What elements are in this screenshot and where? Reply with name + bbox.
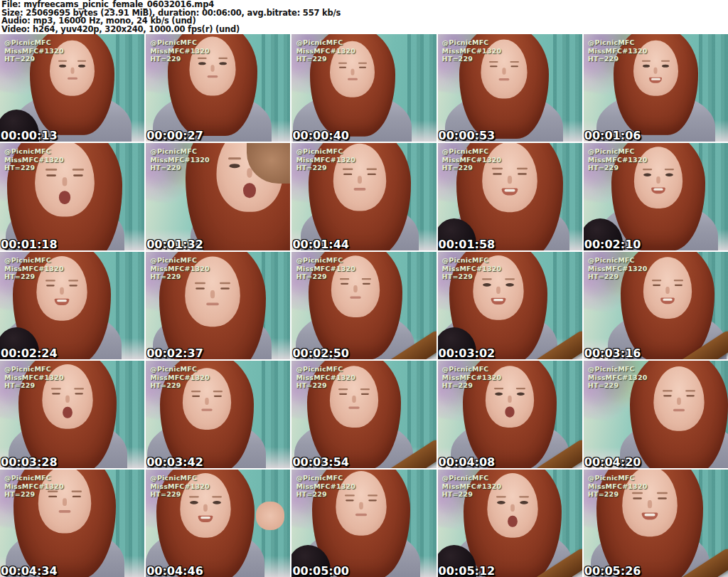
watermark-line-3: HT=229 (442, 490, 502, 499)
watermark: @PicnicMFC MissMFC#1320 HT=229 (296, 38, 355, 63)
watermark-line-2: MissMFC#1320 (588, 156, 648, 164)
thumbnail[interactable]: @PicnicMFC MissMFC#1320 HT=229 00:04:20 (584, 361, 728, 468)
left-eye (190, 501, 198, 504)
thumbnail[interactable]: @PicnicMFC MissMFC#1320 HT=229 00:03:54 (291, 361, 436, 468)
mouth (59, 191, 70, 204)
watermark-line-3: HT=229 (588, 55, 648, 63)
watermark-line-3: HT=229 (150, 381, 210, 390)
watermark-line-3: HT=229 (442, 55, 502, 63)
thumbnail[interactable]: @PicnicMFC MissMFC#1320 HT=229 00:05:00 (291, 470, 436, 577)
thumbnail[interactable]: @PicnicMFC MissMFC#1320 HT=229 00:01:58 (438, 143, 582, 250)
mouth (508, 515, 518, 526)
thumbnail[interactable]: @PicnicMFC MissMFC#1320 HT=229 00:00:53 (438, 34, 582, 142)
mouth (348, 78, 358, 80)
thumbnail[interactable]: @PicnicMFC MissMFC#1320 HT=229 00:00:40 (291, 34, 436, 142)
thumbnail[interactable]: @PicnicMFC MissMFC#1320 HT=229 00:02:10 (584, 143, 728, 250)
thumbnail[interactable]: @PicnicMFC MissMFC#1320 HT=229 00:03:28 (0, 361, 144, 468)
mouth (502, 189, 518, 196)
thumbnail[interactable]: @PicnicMFC MissMFC#1320 HT=229 00:01:32 (146, 143, 290, 250)
timestamp-label: 00:05:12 (439, 565, 496, 577)
timestamp-label: 00:04:20 (584, 456, 641, 468)
watermark: @PicnicMFC MissMFC#1320 HT=229 (150, 38, 210, 63)
watermark: @PicnicMFC MissMFC#1320 HT=229 (150, 256, 210, 281)
thumbnail[interactable]: @PicnicMFC MissMFC#1320 HT=229 00:00:13 (0, 34, 144, 142)
watermark-line-2: MissMFC#1320 (442, 374, 502, 382)
mouth (355, 513, 367, 515)
watermark-line-1: @PicnicMFC (296, 365, 355, 374)
left-eye (493, 174, 503, 176)
raised-hand (256, 502, 285, 529)
left-eye (192, 396, 200, 397)
watermark-line-1: @PicnicMFC (150, 256, 210, 265)
left-eye (490, 66, 498, 68)
watermark: @PicnicMFC MissMFC#1320 HT=229 (150, 474, 210, 499)
watermark-line-2: MissMFC#1320 (4, 374, 64, 382)
thumbnail[interactable]: @PicnicMFC MissMFC#1320 HT=229 00:01:18 (0, 143, 144, 250)
timestamp-label: 00:02:10 (584, 238, 641, 250)
watermark-line-2: MissMFC#1320 (296, 47, 355, 55)
right-eye (78, 64, 85, 67)
timestamp-label: 00:00:27 (146, 129, 203, 142)
left-eye (663, 395, 672, 396)
right-eye (362, 283, 370, 285)
watermark-line-3: HT=229 (296, 55, 355, 63)
watermark-line-2: MissMFC#1320 (588, 374, 648, 382)
thumbnail[interactable]: @PicnicMFC MissMFC#1320 HT=229 00:00:27 (146, 34, 290, 142)
watermark-line-2: MissMFC#1320 (150, 374, 210, 382)
thumbnail[interactable]: @PicnicMFC MissMFC#1320 HT=229 00:01:44 (291, 143, 436, 250)
right-eye (368, 499, 377, 501)
mouth (243, 183, 256, 198)
left-eye (643, 64, 650, 67)
watermark: @PicnicMFC MissMFC#1320 HT=229 (442, 256, 502, 281)
right-eye (359, 66, 366, 68)
right-eye (360, 393, 368, 395)
watermark-line-1: @PicnicMFC (296, 38, 355, 47)
timestamp-label: 00:04:08 (439, 456, 496, 468)
mouth (68, 77, 77, 79)
watermark-line-2: MissMFC#1320 (442, 47, 502, 55)
mouth (673, 408, 685, 411)
left-eye (47, 285, 55, 287)
file-info-line-video: Video:h264, yuv420p, 320x240, 1000.00 fp… (1, 26, 728, 34)
thumbnail[interactable]: @PicnicMFC MissMFC#1320 HT=229 00:03:16 (584, 252, 728, 359)
right-eye (367, 174, 375, 175)
watermark: @PicnicMFC MissMFC#1320 HT=229 (4, 147, 64, 172)
watermark-line-1: @PicnicMFC (4, 365, 64, 374)
mouth (55, 299, 70, 305)
mouth (350, 297, 360, 299)
watermark-line-1: @PicnicMFC (588, 38, 648, 47)
right-eye (520, 501, 528, 504)
file-info-header: File:myfreecams_picnic_female_06032016.m… (0, 0, 728, 34)
watermark: @PicnicMFC MissMFC#1320 HT=229 (588, 147, 648, 172)
thumbnail[interactable]: @PicnicMFC MissMFC#1320 HT=229 00:03:02 (438, 252, 582, 359)
watermark-line-1: @PicnicMFC (588, 256, 648, 265)
watermark-line-2: MissMFC#1320 (150, 47, 210, 55)
timestamp-label: 00:01:32 (146, 238, 203, 250)
right-eye (665, 174, 673, 176)
thumbnail[interactable]: @PicnicMFC MissMFC#1320 HT=229 00:03:42 (146, 361, 290, 468)
watermark-line-3: HT=229 (296, 272, 355, 281)
thumbnail[interactable]: @PicnicMFC MissMFC#1320 HT=229 00:02:50 (291, 252, 436, 359)
right-eye (658, 498, 667, 500)
mouth (201, 408, 212, 411)
right-eye (73, 175, 83, 177)
mouth (491, 297, 506, 304)
watermark-line-3: HT=229 (442, 381, 502, 390)
thumbnail[interactable]: @PicnicMFC MissMFC#1320 HT=229 00:01:06 (584, 34, 728, 142)
left-eye (230, 164, 240, 168)
thumbnail[interactable]: @PicnicMFC MissMFC#1320 HT=229 00:05:26 (584, 470, 728, 577)
watermark-line-1: @PicnicMFC (296, 256, 355, 265)
timestamp-label: 00:00:13 (1, 129, 58, 142)
thumbnail[interactable]: @PicnicMFC MissMFC#1320 HT=229 00:04:46 (146, 470, 290, 577)
watermark-line-3: HT=229 (150, 164, 210, 172)
watermark: @PicnicMFC MissMFC#1320 HT=229 (442, 365, 502, 390)
right-eye (213, 396, 221, 397)
watermark: @PicnicMFC MissMFC#1320 HT=229 (296, 256, 355, 281)
thumbnail[interactable]: @PicnicMFC MissMFC#1320 HT=229 00:02:24 (0, 252, 144, 359)
thumbnail[interactable]: @PicnicMFC MissMFC#1320 HT=229 00:02:37 (146, 252, 290, 359)
thumbnail[interactable]: @PicnicMFC MissMFC#1320 HT=229 00:04:08 (438, 361, 582, 468)
thumbnail[interactable]: @PicnicMFC MissMFC#1320 HT=229 00:04:34 (0, 470, 144, 577)
thumbnail[interactable]: @PicnicMFC MissMFC#1320 HT=229 00:05:12 (438, 470, 582, 577)
watermark-line-2: MissMFC#1320 (296, 482, 355, 491)
watermark-line-3: HT=229 (4, 490, 64, 499)
